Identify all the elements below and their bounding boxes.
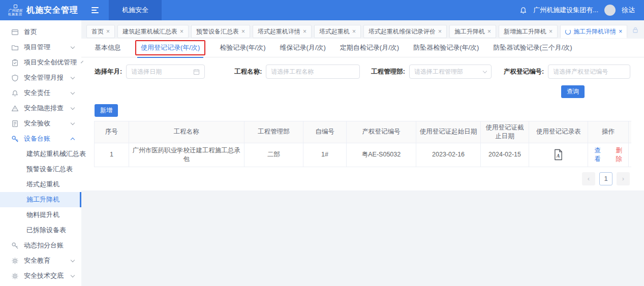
avatar[interactable] <box>604 5 616 16</box>
tab-label: 塔式起重机维保记录评价 <box>369 27 436 36</box>
close-icon[interactable]: × <box>180 28 183 35</box>
sidebar-subitem-crane-summary[interactable]: 建筑起重机械汇总表 <box>0 146 81 162</box>
filter-dept: 工程管理部: 请选择工程管理部 <box>371 65 492 79</box>
tab-construction-hoist[interactable]: 施工升降机× <box>449 25 496 38</box>
dept-select[interactable]: 请选择工程管理部 <box>409 65 492 79</box>
header-right: 广州机施建设集团有... 徐达 <box>519 5 644 16</box>
tab-tower-crane-detail[interactable]: 塔式起重机详情× <box>253 25 312 38</box>
sidebar-subitem-removed-equipment[interactable]: 已拆除设备表 <box>0 223 81 238</box>
tab-home[interactable]: 首页× <box>86 25 115 38</box>
cell-index: 1 <box>94 143 129 167</box>
chevron-up-icon <box>71 137 75 141</box>
lock-icon[interactable] <box>632 26 639 36</box>
tab-crane-summary[interactable]: 建筑起重机械汇总表× <box>117 25 189 38</box>
project-name-input[interactable] <box>266 65 360 79</box>
module-tab-machine-safety[interactable]: 机施安全 <box>109 0 162 20</box>
document-icon <box>11 120 19 128</box>
date-picker-input[interactable] <box>126 65 205 79</box>
calendar-icon[interactable] <box>193 69 200 75</box>
pdf-file-icon[interactable]: A <box>554 149 563 161</box>
sidebar-item-home[interactable]: 首页 <box>0 24 81 40</box>
sidebar-item-safety-duty[interactable]: 安全责任 <box>0 85 81 101</box>
chevron-down-icon <box>71 75 75 79</box>
tab-hoist-detail-active[interactable]: 施工升降机详情× <box>560 25 627 38</box>
reg-no-field[interactable] <box>553 68 625 75</box>
subtab-inspection-record[interactable]: 检验记录(年/次) <box>220 43 265 52</box>
sidebar-item-project-mgmt[interactable]: 项目管理 <box>0 40 81 55</box>
sidebar-item-label: 设备台账 <box>24 134 66 143</box>
sidebar-subitem-warning-devices[interactable]: 预警设备汇总表 <box>0 162 81 177</box>
filter-year-month: 选择年月: <box>95 65 205 79</box>
close-icon[interactable]: × <box>352 28 356 35</box>
subtab-usage-registration[interactable]: 使用登记记录(年/次) <box>141 44 200 51</box>
sidebar-item-safety-education[interactable]: 安全教育 <box>0 253 81 268</box>
sidebar-subitem-tower-crane[interactable]: 塔式起重机 <box>0 177 81 192</box>
chevron-down-icon <box>483 69 487 73</box>
sidebar-item-label: 安全隐患排查 <box>24 104 66 113</box>
tab-label: 施工升降机 <box>454 27 485 36</box>
tab-maintenance-eval[interactable]: 塔式起重机维保记录评价× <box>363 25 447 38</box>
company-name[interactable]: 广州机施建设集团有... <box>533 6 598 15</box>
close-icon[interactable]: × <box>487 28 491 35</box>
tab-tower-crane[interactable]: 塔式起重机× <box>314 25 361 38</box>
close-icon[interactable]: × <box>106 28 110 35</box>
subtab-self-check-record[interactable]: 定期自检记录(月/次) <box>340 43 399 52</box>
sidebar-subitem-label: 已拆除设备表 <box>26 226 66 235</box>
tab-new-hoist[interactable]: 新增施工升降机× <box>499 25 558 38</box>
search-row: 查询 <box>81 85 644 98</box>
sidebar-item-equipment-ledger[interactable]: 设备台账 <box>0 131 81 146</box>
sidebar-item-monthly-report[interactable]: 安全管理月报 <box>0 70 81 85</box>
sidebar-item-tech-disclosure[interactable]: 安全技术交底 <box>0 268 81 283</box>
subtab-fall-arrester-inspection[interactable]: 防坠器检验记录(年/次) <box>413 43 479 52</box>
subtab-maintenance-record[interactable]: 维保记录(月/次) <box>280 43 326 52</box>
page-number-1[interactable]: 1 <box>599 172 612 185</box>
close-icon[interactable]: × <box>619 28 622 35</box>
prev-page-button[interactable]: ‹ <box>582 172 595 185</box>
close-icon[interactable]: × <box>303 28 306 35</box>
sidebar-item-safety-excellence[interactable]: 项目安全创优管理 <box>0 55 81 70</box>
sidebar-item-label: 项目管理 <box>24 43 66 52</box>
date-input[interactable] <box>131 68 190 75</box>
subtab-basic-info[interactable]: 基本信息 <box>95 43 121 52</box>
next-page-button[interactable]: › <box>617 172 630 185</box>
cell-self-no: 1# <box>303 143 347 167</box>
table-header-row: 序号 工程名称 工程管理部 自编号 产权登记编号 使用登记证起始日期 使用登记证… <box>94 121 631 143</box>
col-index: 序号 <box>94 121 129 143</box>
app-title: 机施安全管理 <box>26 5 78 16</box>
filter-label: 选择年月: <box>95 68 122 76</box>
close-icon[interactable]: × <box>549 28 553 35</box>
project-name-field[interactable] <box>271 68 355 75</box>
records-table: 序号 工程名称 工程管理部 自编号 产权登记编号 使用登记证起始日期 使用登记证… <box>94 121 631 167</box>
sidebar-item-label: 动态扣分台账 <box>24 241 74 250</box>
username[interactable]: 徐达 <box>622 6 635 15</box>
notification-bell-icon[interactable] <box>519 7 527 14</box>
close-icon[interactable]: × <box>438 28 442 35</box>
tab-label: 新增施工升降机 <box>504 27 546 36</box>
delete-link[interactable]: 删除 <box>613 146 625 164</box>
sidebar-item-label: 首页 <box>24 27 74 37</box>
search-button[interactable]: 查询 <box>561 85 585 98</box>
content-panel: 基本信息 使用登记记录(年/次) 检验记录(年/次) 维保记录(月/次) 定期自… <box>81 39 644 190</box>
filter-project-name: 工程名称: <box>234 65 360 79</box>
sidebar-collapse-icon[interactable] <box>91 7 99 13</box>
reg-no-input[interactable] <box>548 65 630 79</box>
view-link[interactable]: 查看 <box>591 146 603 164</box>
logo: 广州建筑 机施集团 机施安全管理 <box>0 5 81 16</box>
col-reg-no: 产权登记编号 <box>347 121 416 143</box>
tab-warning-devices[interactable]: 预警设备汇总表× <box>191 25 250 38</box>
filter-label: 工程名称: <box>234 68 262 76</box>
sidebar-subitem-construction-hoist[interactable]: 施工升降机 <box>0 192 81 207</box>
svg-text:A: A <box>556 153 560 158</box>
logo-line1: 广州建筑 <box>8 9 22 13</box>
table-row: 1 广州市医药职业学校迁建工程施工总承包 二部 1# 粤AE-S05032 20… <box>94 143 631 167</box>
sidebar-subitem-label: 预警设备汇总表 <box>26 165 73 174</box>
sidebar-item-safety-acceptance[interactable]: 安全验收 <box>0 116 81 131</box>
sidebar-item-hazard-check[interactable]: 安全隐患排查 <box>0 101 81 116</box>
sidebar-subitem-material-hoist[interactable]: 物料提升机 <box>0 207 81 223</box>
chevron-down-icon <box>71 120 75 124</box>
sidebar-subitem-label: 物料提升机 <box>26 210 59 219</box>
subtab-fall-arrester-test[interactable]: 防坠器试验记录(三个月/次) <box>493 43 572 52</box>
sidebar-item-score-ledger[interactable]: 动态扣分台账 <box>0 238 81 253</box>
close-icon[interactable]: × <box>241 28 245 35</box>
add-button[interactable]: 新增 <box>95 104 118 117</box>
